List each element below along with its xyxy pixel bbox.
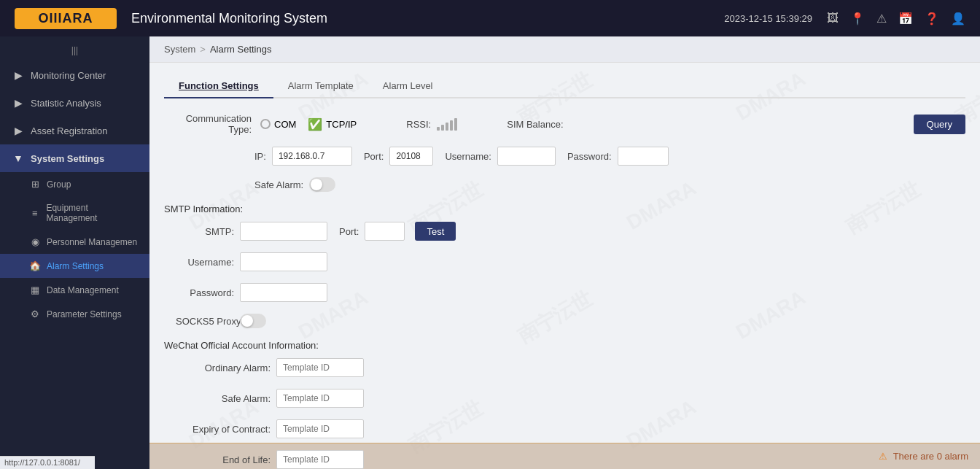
- socks5-toggle-knob: [241, 315, 253, 327]
- ip-row: IP: Port: Username: Password:: [254, 147, 965, 166]
- username-input[interactable]: [497, 147, 556, 166]
- location-icon[interactable]: 📍: [850, 12, 865, 26]
- sidebar-item-statistic-analysis[interactable]: ▶ Statistic Analysis: [0, 89, 149, 117]
- comm-type-label-line1: Communication: [186, 113, 252, 124]
- expiry-contract-input[interactable]: [276, 419, 364, 438]
- rssi-bar-3: [446, 123, 448, 131]
- sidebar-item-label: Monitoring Center: [31, 70, 106, 81]
- sidebar-sub-item-data-management[interactable]: ▦ Data Management: [0, 278, 149, 302]
- top-header: OIIIARA Environmental Monitoring System …: [0, 0, 980, 36]
- socks5-toggle[interactable]: [240, 314, 266, 328]
- rssi-bar-1: [437, 127, 440, 131]
- sidebar-sub-item-label: Group: [47, 179, 71, 190]
- smtp-username-row: Username:: [176, 252, 965, 271]
- personnel-icon: ◉: [29, 236, 41, 247]
- sidebar-item-label: System Settings: [31, 153, 104, 164]
- header-datetime: 2023-12-15 15:39:29: [724, 13, 812, 24]
- query-button[interactable]: Query: [914, 115, 965, 134]
- expiry-contract-row: Expiry of Contract:: [176, 419, 965, 438]
- com-label: COM: [274, 119, 296, 130]
- com-radio-circle: [260, 119, 271, 129]
- sidebar-sub-item-label: Data Management: [47, 285, 119, 295]
- safe-alarm-row: Safe Alarm:: [254, 177, 965, 192]
- ip-input[interactable]: [272, 147, 352, 166]
- sidebar-sub-item-parameter-settings[interactable]: ⚙ Parameter Settings: [0, 302, 149, 326]
- breadcrumb: System > Alarm Settings: [149, 36, 980, 63]
- sidebar-item-label: Statistic Analysis: [31, 98, 101, 109]
- group-icon: ⊞: [29, 179, 41, 190]
- ip-label: IP:: [254, 151, 266, 162]
- calendar-icon[interactable]: 📅: [898, 12, 913, 26]
- monitoring-center-icon: ▶: [12, 69, 25, 81]
- comm-type-label-line2: Type:: [228, 124, 252, 135]
- rssi-label: RSSI:: [406, 119, 431, 130]
- rssi-bars: [437, 117, 457, 131]
- smtp-section-title: SMTP Information:: [164, 204, 965, 214]
- sidebar-sub-item-personnel-management[interactable]: ◉ Personnel Managemen: [0, 230, 149, 254]
- main-layout: ||| ▶ Monitoring Center ▶ Statistic Anal…: [0, 36, 980, 469]
- password-label: Password:: [567, 151, 612, 162]
- app-title: Environmental Monitoring System: [131, 11, 724, 26]
- safe-alarm2-label: Safe Alarm:: [176, 393, 271, 404]
- smtp-label: SMTP:: [176, 226, 234, 237]
- sidebar-sub-item-label: Personnel Managemen: [47, 237, 137, 247]
- app-logo: OIIIARA: [15, 8, 117, 29]
- sidebar-item-system-settings[interactable]: ▼ System Settings: [0, 144, 149, 172]
- help-icon[interactable]: ❓: [925, 12, 939, 26]
- tab-alarm-level[interactable]: Alarm Level: [368, 74, 448, 98]
- end-of-life-input[interactable]: [276, 450, 364, 469]
- smtp-password-label: Password:: [176, 287, 234, 298]
- collapse-button[interactable]: |||: [0, 42, 149, 58]
- sim-balance-label: SIM Balance:: [507, 119, 563, 130]
- equipment-icon: ≡: [29, 208, 40, 219]
- safe-alarm-toggle-knob: [311, 179, 322, 190]
- sidebar-sub-item-alarm-settings[interactable]: 🏠 Alarm Settings: [0, 254, 149, 278]
- password-input[interactable]: [618, 147, 669, 166]
- tcpip-label: TCP/IP: [326, 119, 357, 130]
- test-button[interactable]: Test: [415, 222, 456, 241]
- smtp-username-input[interactable]: [240, 252, 327, 271]
- tab-alarm-template[interactable]: Alarm Template: [273, 74, 368, 98]
- rssi-bar-5: [454, 118, 457, 131]
- tabs: Function Settings Alarm Template Alarm L…: [164, 74, 965, 98]
- content-area: System > Alarm Settings DMARA 南宁沄世 DMARA…: [149, 36, 980, 469]
- end-of-life-row: End of Life:: [176, 450, 965, 469]
- expiry-contract-label: Expiry of Contract:: [176, 424, 271, 435]
- asset-registration-icon: ▶: [12, 125, 25, 136]
- ordinary-alarm-row: Ordinary Alarm:: [176, 358, 965, 377]
- smtp-input[interactable]: [240, 222, 327, 241]
- smtp-row: SMTP: Port: Test: [176, 222, 965, 241]
- tcpip-checked-icon: ✅: [308, 117, 322, 131]
- rssi-bar-4: [450, 120, 453, 131]
- radio-tcpip[interactable]: ✅ TCP/IP: [308, 117, 357, 131]
- breadcrumb-separator: >: [200, 44, 206, 55]
- safe-alarm2-input[interactable]: [276, 389, 364, 408]
- sidebar-sub-item-label: Equipment Management: [46, 203, 138, 223]
- safe-alarm2-row: Safe Alarm:: [176, 389, 965, 408]
- sidebar-sub-item-equipment-management[interactable]: ≡ Equipment Management: [0, 196, 149, 230]
- tab-function-settings[interactable]: Function Settings: [164, 74, 273, 98]
- ordinary-alarm-input[interactable]: [276, 358, 364, 377]
- port-label: Port:: [364, 151, 384, 162]
- sidebar: ||| ▶ Monitoring Center ▶ Statistic Anal…: [0, 36, 149, 469]
- socks5-row: SOCKS5 Proxy:: [176, 314, 965, 328]
- page-content: DMARA 南宁沄世 DMARA 南宁沄世 DMARA 南宁沄世 DMARA 南…: [149, 63, 980, 469]
- smtp-username-label: Username:: [176, 257, 234, 268]
- port-input[interactable]: [389, 147, 433, 166]
- sidebar-item-monitoring-center[interactable]: ▶ Monitoring Center: [0, 61, 149, 89]
- safe-alarm-toggle[interactable]: [309, 177, 335, 192]
- wechat-section-title: WeChat Official Account Information:: [164, 340, 965, 351]
- breadcrumb-current: Alarm Settings: [210, 44, 272, 55]
- radio-com[interactable]: COM: [260, 119, 296, 130]
- header-icons: 🖼 📍 ⚠ 📅 ❓ 👤: [827, 12, 965, 26]
- sidebar-item-asset-registration[interactable]: ▶ Asset Registration: [0, 117, 149, 144]
- image-icon[interactable]: 🖼: [827, 12, 839, 25]
- smtp-port-input[interactable]: [365, 222, 405, 241]
- sidebar-sub-item-group[interactable]: ⊞ Group: [0, 172, 149, 196]
- user-icon[interactable]: 👤: [951, 12, 965, 26]
- sidebar-sub-item-label: Alarm Settings: [47, 261, 104, 271]
- alert-icon[interactable]: ⚠: [876, 12, 887, 26]
- ordinary-alarm-label: Ordinary Alarm:: [176, 363, 271, 373]
- safe-alarm-label: Safe Alarm:: [254, 179, 303, 190]
- smtp-password-input[interactable]: [240, 283, 327, 302]
